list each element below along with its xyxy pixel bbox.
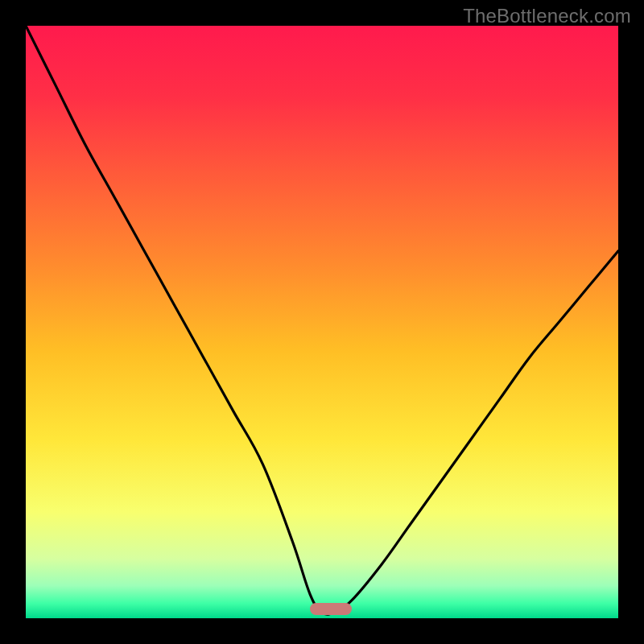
plot-area <box>26 26 618 618</box>
bottleneck-curve <box>26 26 618 618</box>
chart-frame: TheBottleneck.com <box>0 0 644 644</box>
watermark-text: TheBottleneck.com <box>463 5 631 27</box>
optimal-marker <box>310 603 352 615</box>
